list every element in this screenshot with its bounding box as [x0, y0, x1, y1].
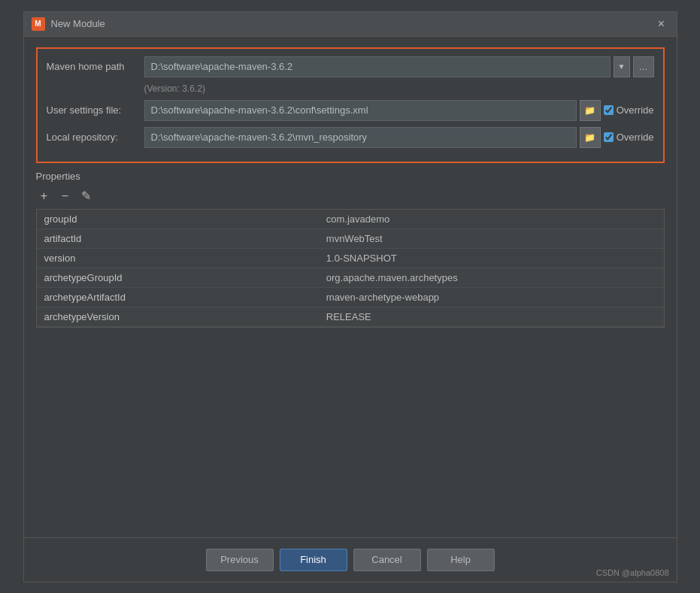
property-name: archetypeGroupId	[37, 268, 319, 287]
help-button[interactable]: Help	[427, 549, 495, 571]
property-value: RELEASE	[319, 307, 664, 326]
user-settings-override-checkbox[interactable]	[604, 105, 614, 115]
properties-toolbar: + − ✎	[36, 188, 665, 204]
table-row[interactable]: archetypeGroupId org.apache.maven.archet…	[37, 268, 664, 287]
local-repo-browse-btn[interactable]: 📁	[580, 127, 601, 148]
maven-home-dropdown-btn[interactable]: ▼	[614, 56, 630, 77]
properties-title: Properties	[36, 171, 665, 182]
user-settings-input-group: 📁 Override	[144, 100, 654, 121]
cancel-button[interactable]: Cancel	[353, 549, 421, 571]
user-settings-label: User settings file:	[47, 104, 144, 116]
local-repo-override-label: Override	[617, 132, 654, 143]
table-row[interactable]: artifactId mvnWebTest	[37, 228, 664, 248]
maven-home-label: Maven home path	[47, 61, 144, 72]
local-repo-override-checkbox[interactable]	[604, 132, 614, 142]
edit-property-button[interactable]: ✎	[78, 188, 95, 204]
local-repo-input[interactable]	[144, 127, 577, 148]
maven-config-section: Maven home path ▼ … (Version: 3.6.2) Use…	[36, 47, 665, 163]
maven-home-row: Maven home path ▼ …	[47, 56, 654, 77]
property-value: mvnWebTest	[319, 228, 664, 248]
property-name: archetypeArtifactId	[37, 287, 319, 307]
properties-table: groupId com.javademo artifactId mvnWebTe…	[37, 210, 664, 327]
local-repo-label: Local repository:	[47, 132, 144, 143]
properties-section: Properties + − ✎ groupId com.javademo ar…	[36, 171, 665, 328]
add-property-button[interactable]: +	[36, 188, 53, 204]
maven-home-input-group: ▼ …	[144, 56, 654, 77]
close-button[interactable]: ×	[654, 17, 669, 32]
property-name: archetypeVersion	[37, 307, 319, 326]
table-row[interactable]: archetypeArtifactId maven-archetype-weba…	[37, 287, 664, 307]
user-settings-override-group: Override	[604, 104, 654, 116]
new-module-dialog: M New Module × Maven home path ▼ …	[23, 11, 677, 582]
dialog-title: New Module	[51, 18, 654, 29]
user-settings-override-label: Override	[617, 104, 654, 116]
app-icon: M	[32, 17, 45, 31]
dialog-content: Maven home path ▼ … (Version: 3.6.2) Use…	[24, 37, 677, 537]
properties-table-wrapper: groupId com.javademo artifactId mvnWebTe…	[36, 209, 665, 328]
maven-home-browse-btn[interactable]: …	[633, 56, 654, 77]
property-value: maven-archetype-webapp	[319, 287, 664, 307]
dialog-footer: Previous Finish Cancel Help	[24, 537, 677, 582]
property-name: artifactId	[37, 228, 319, 248]
property-value: org.apache.maven.archetypes	[319, 268, 664, 287]
property-value: com.javademo	[319, 210, 664, 229]
previous-button[interactable]: Previous	[206, 549, 274, 571]
maven-version-text: (Version: 3.6.2)	[144, 83, 654, 94]
user-settings-input[interactable]	[144, 100, 577, 121]
finish-button[interactable]: Finish	[280, 549, 347, 571]
maven-home-input[interactable]	[144, 56, 611, 77]
remove-property-button[interactable]: −	[57, 188, 74, 204]
user-settings-row: User settings file: 📁 Override	[47, 100, 654, 121]
table-row[interactable]: archetypeVersion RELEASE	[37, 307, 664, 326]
table-row[interactable]: groupId com.javademo	[37, 210, 664, 229]
user-settings-browse-btn[interactable]: 📁	[580, 100, 601, 121]
watermark: CSDN @alpha0808	[596, 568, 669, 577]
local-repo-input-group: 📁 Override	[144, 127, 654, 148]
property-value: 1.0-SNAPSHOT	[319, 248, 664, 268]
table-row[interactable]: version 1.0-SNAPSHOT	[37, 248, 664, 268]
property-name: version	[37, 248, 319, 268]
local-repo-override-group: Override	[604, 132, 654, 143]
title-bar: M New Module ×	[24, 12, 677, 37]
property-name: groupId	[37, 210, 319, 229]
local-repo-row: Local repository: 📁 Override	[47, 127, 654, 148]
